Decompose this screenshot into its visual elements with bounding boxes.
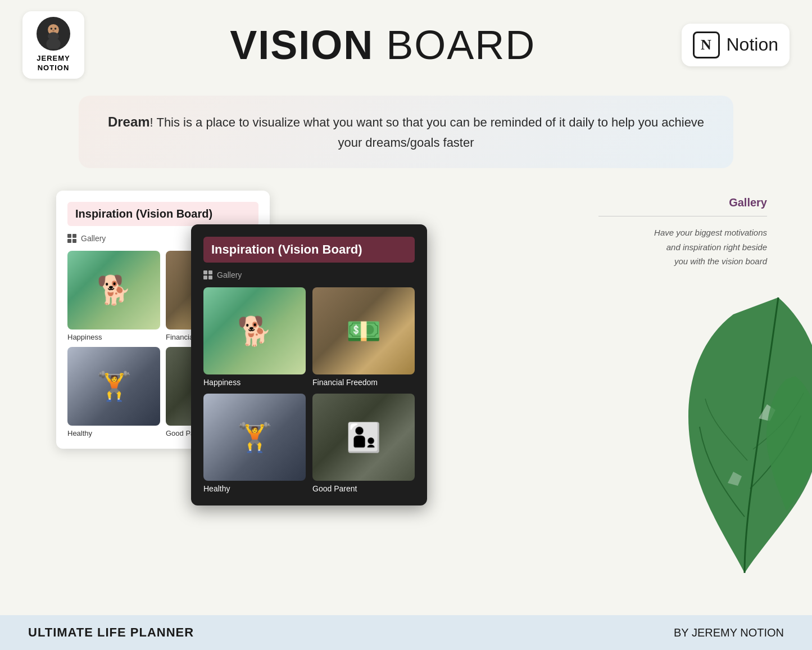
- title-light: BOARD: [374, 22, 536, 67]
- list-item: Happiness: [67, 251, 160, 341]
- svg-point-4: [51, 28, 53, 30]
- main-content: Inspiration (Vision Board) Gallery Happi…: [0, 179, 812, 505]
- dark-happiness-label: Happiness: [203, 378, 306, 387]
- list-item: Financial Freedom: [312, 287, 415, 387]
- dark-healthy-label: Healthy: [203, 484, 306, 493]
- svg-point-6: [52, 30, 55, 31]
- dream-banner: Dream! This is a place to visualize what…: [79, 96, 733, 169]
- light-card-title: Inspiration (Vision Board): [67, 202, 258, 226]
- divider: [598, 216, 767, 216]
- header: JEREMY NOTION VISION BOARD N Notion: [0, 0, 812, 84]
- dark-good-parent-image: [312, 394, 415, 481]
- title-bold: VISION: [230, 22, 374, 67]
- footer-left-text: ULTIMATE LIFE PLANNER: [28, 625, 194, 640]
- gallery-heading: Gallery: [598, 196, 767, 209]
- leaf-decoration: [666, 292, 812, 629]
- happiness-image: [67, 251, 160, 329]
- notion-badge: N Notion: [682, 24, 790, 66]
- dark-gallery-label: Gallery: [203, 270, 415, 279]
- page-title: VISION BOARD: [84, 22, 682, 68]
- dark-gallery-grid: Happiness Financial Freedom Healthy Good…: [203, 287, 415, 493]
- list-item: Healthy: [203, 394, 306, 493]
- dark-financial-freedom-image: [312, 287, 415, 374]
- dark-healthy-image: [203, 394, 306, 481]
- dark-happiness-image: [203, 287, 306, 374]
- grid-icon-dark: [203, 270, 212, 279]
- gallery-description: Have your biggest motivationsand inspira…: [598, 225, 767, 269]
- dark-financial-freedom-label: Financial Freedom: [312, 378, 415, 387]
- dream-bold: Dream: [108, 114, 150, 129]
- notion-label: Notion: [727, 34, 779, 55]
- list-item: Good Parent: [312, 394, 415, 493]
- logo-name: JEREMY NOTION: [37, 54, 70, 73]
- list-item: Happiness: [203, 287, 306, 387]
- healthy-image: [67, 347, 160, 426]
- footer: ULTIMATE LIFE PLANNER BY JEREMY NOTION: [0, 615, 812, 650]
- dark-good-parent-label: Good Parent: [312, 484, 415, 493]
- list-item: Healthy: [67, 347, 160, 437]
- footer-right-text: BY JEREMY NOTION: [674, 626, 784, 639]
- logo-area: JEREMY NOTION: [22, 11, 84, 79]
- dark-mode-card: Inspiration (Vision Board) Gallery Happi…: [191, 224, 427, 505]
- healthy-label: Healthy: [67, 429, 160, 437]
- right-panel: Gallery Have your biggest motivationsand…: [598, 196, 767, 269]
- grid-icon: [67, 234, 76, 243]
- notion-icon: N: [693, 31, 720, 58]
- happiness-label: Happiness: [67, 333, 160, 341]
- svg-point-5: [55, 28, 57, 30]
- dark-card-title: Inspiration (Vision Board): [203, 237, 415, 263]
- dream-text: ! This is a place to visualize what you …: [150, 115, 705, 150]
- avatar: [37, 17, 70, 51]
